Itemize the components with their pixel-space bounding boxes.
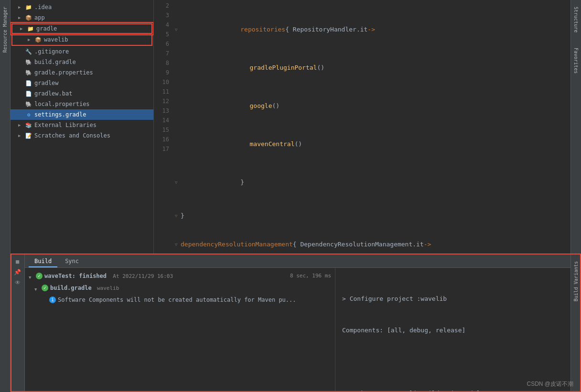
tree-label-wavelib: wavelib [44,36,68,43]
panel-icon-pin[interactable]: 📌 [13,268,22,276]
build-tree: ▼ ✓ waveTest: finished At 2022/11/29 16:… [25,268,335,392]
panel-left-icons: ■ 📌 👁 [11,254,25,392]
resource-manager-tab[interactable]: Resource Manager [1,4,9,55]
scratches-icon: 📝 [25,132,32,139]
code-line-8: ▽ dependencyResolutionManagement { Depen… [173,240,570,249]
panel-icon-stop[interactable]: ■ [13,257,22,266]
tab-build[interactable]: Build [29,256,57,267]
structure-tab[interactable]: Structure [572,4,580,35]
gradle-icon-properties: 🐘 [25,69,32,76]
folder-module-icon-app: 📦 [25,14,32,21]
tree-label-build-gradle: build.gradle [34,59,76,65]
tree-item-idea[interactable]: ▶ 📁 .idea [11,2,153,12]
tree-label-gitignore: .gitignore [34,48,69,55]
success-icon-wavetest: ✓ [36,273,43,279]
editor-content: 2 3 4 5 6 7 8 9 10 11 12 13 14 15 16 17 [154,0,570,254]
build-sublabel-wavetest: At 2022/11/29 16:03 [113,273,173,279]
code-line-4: google() [173,96,570,116]
tree-label-external-libs: External Libraries [34,122,97,128]
build-sublabel-gradle: wavelib [97,285,119,291]
info-icon-sw: i [49,297,56,303]
file-icon-gradlew-bat: 📄 [25,90,32,97]
code-line-5: mavenCentral() [173,135,570,154]
tree-arrow-ext-libs: ▶ [18,123,24,127]
tree-item-gitignore[interactable]: ▶ 🔧 .gitignore [11,46,153,57]
tree-label-scratches: Scratches and Consoles [34,132,110,139]
tree-arrow-wavelib: ▶ [28,37,33,42]
folder-icon-idea: 📁 [25,3,32,11]
tree-item-scratches[interactable]: ▶ 📝 Scratches and Consoles [11,130,153,141]
panel-icon-eye[interactable]: 👁 [13,278,22,287]
code-line-6: ▽ } [173,173,570,192]
tree-label-idea: .idea [34,4,52,11]
code-line-7: ▽ } [173,211,570,221]
tree-label-app: app [34,14,45,21]
folder-module-icon-wavelib: 📦 [34,36,42,43]
top-area: ▶ 📁 .idea ▶ 📦 app ▶ 📁 gradle ▶ 📦 [11,0,581,254]
build-time-wavetest: 8 sec, 196 ms [290,272,331,280]
settings-icon: ⚙ [25,111,32,118]
file-tree: ▶ 📁 .idea ▶ 📦 app ▶ 📁 gradle ▶ 📦 [11,0,154,254]
build-variants-tab[interactable]: Build Variants [572,258,580,304]
fold-2: ▽ [175,25,180,34]
bottom-panel-body: ▼ ✓ waveTest: finished At 2022/11/29 16:… [25,268,570,392]
watermark: CSDN @皮诺不潮 [527,380,573,388]
build-item-build-gradle[interactable]: ▼ ✓ build.gradle wavelib [27,283,333,295]
tree-arrow-app: ▶ [18,15,24,20]
success-icon-gradle: ✓ [42,285,48,291]
bottom-panel: ■ 📌 👁 Build Sync ▼ ✓ wav [11,254,581,392]
build-label-gradle: build.gradle wavelib [50,284,331,293]
tree-item-app[interactable]: ▶ 📦 app [11,12,153,23]
tree-arrow-idea: ▶ [18,5,24,10]
tree-item-external-libs[interactable]: ▶ 📚 External Libraries [11,120,153,130]
bottom-panel-tabs: Build Sync [25,254,570,268]
output-line-0: > Configure project :wavelib [342,294,564,304]
tree-item-settings-gradle[interactable]: ▶ ⚙ settings.gradle [11,109,153,120]
left-sidebar-tabs: Resource Manager [0,0,11,392]
tree-label-gradle: gradle [36,25,57,32]
tree-item-build-gradle[interactable]: ▶ 🐘 build.gradle [11,57,153,67]
gradle-icon-local: 🐘 [25,100,32,108]
fold-7: ▽ [175,211,180,221]
tree-arrow-scratches: ▶ [18,133,24,138]
tree-item-gradlew[interactable]: ▶ 📄 gradlew [11,78,153,88]
build-label-wavetest: waveTest: finished At 2022/11/29 16:03 [44,272,290,281]
file-icon-gradlew: 📄 [25,79,32,87]
tab-sync[interactable]: Sync [59,256,85,267]
gradle-icon-build: 🐘 [25,58,32,66]
build-arrow-gradle: ▼ [34,285,40,294]
tree-item-gradlew-bat[interactable]: ▶ 📄 gradlew.bat [11,88,153,99]
tree-item-local-properties[interactable]: ▶ 🐘 local.properties [11,99,153,109]
output-line-3: > Task :prepareKotlinBuildScriptModel UP… [342,388,564,392]
build-item-software-comp: ▶ i Software Components will not be crea… [27,295,333,307]
tree-item-gradle[interactable]: ▶ 📁 gradle [11,23,152,34]
editor-area: 2 3 4 5 6 7 8 9 10 11 12 13 14 15 16 17 [154,0,570,254]
tree-label-gradlew-bat: gradlew.bat [34,90,72,97]
build-arrow-wavetest: ▼ [29,273,34,282]
code-line-3: gradlePluginPortal() [173,58,570,77]
build-label-software-comp: Software Components will not be created … [58,296,331,304]
tree-label-gradlew: gradlew [34,80,59,86]
main-content: ▶ 📁 .idea ▶ 📦 app ▶ 📁 gradle ▶ 📦 [11,0,581,392]
line-numbers: 2 3 4 5 6 7 8 9 10 11 12 13 14 15 16 17 [154,0,173,254]
tree-item-wavelib[interactable]: ▶ 📦 wavelib [12,34,151,45]
code-content: ▽ repositories { RepositoryHandler.it ->… [173,0,570,254]
fold-8: ▽ [175,240,180,249]
tree-label-local-properties: local.properties [34,101,90,107]
right-sidebar: Structure Favorites [570,0,581,254]
folder-icon-gradle: 📁 [27,25,34,32]
file-icon-gitignore: 🔧 [25,48,32,55]
favorites-tab[interactable]: Favorites [572,45,580,76]
build-item-wavetest[interactable]: ▼ ✓ waveTest: finished At 2022/11/29 16:… [27,271,333,283]
output-line-1: Components: [all, debug, release] [342,325,564,336]
code-line-2: ▽ repositories { RepositoryHandler.it -> [173,20,570,39]
tree-item-gradle-properties[interactable]: ▶ 🐘 gradle.properties [11,67,153,78]
tree-label-settings-gradle: settings.gradle [34,111,86,118]
tree-arrow-gradle: ▶ [20,26,26,31]
libs-icon: 📚 [25,121,32,129]
tree-label-gradle-properties: gradle.properties [34,69,93,76]
fold-6: ▽ [175,178,180,187]
bottom-right-sidebar: Build Variants [570,254,581,392]
build-output: > Configure project :wavelib Components:… [335,268,570,392]
output-line-2 [342,357,564,367]
